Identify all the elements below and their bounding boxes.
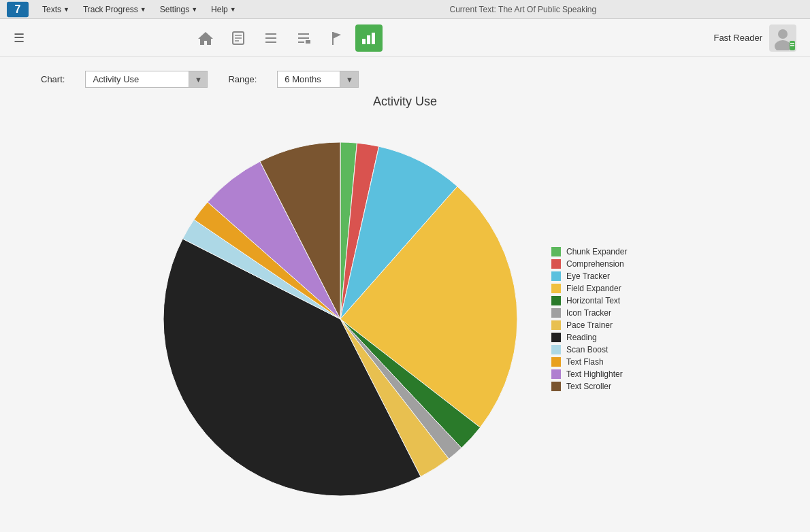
legend-item-label: Field Expander: [566, 284, 621, 293]
chart-title: Activity Use: [373, 95, 437, 109]
svg-text:7: 7: [15, 3, 21, 14]
legend-item: Icon Tracker: [551, 308, 660, 318]
legend-color-box: [551, 320, 561, 330]
svg-point-20: [778, 29, 788, 39]
range-select-wrapper: 1 Week 1 Month 3 Months 6 Months 1 Year …: [277, 71, 359, 88]
legend-color-box: [551, 247, 561, 256]
legend-item-label: Text Scroller: [566, 382, 611, 391]
legend-item: Eye Tracker: [551, 271, 660, 281]
chart-legend: Chunk ExpanderComprehensionEye TrackerFi…: [551, 247, 660, 391]
main-content: Chart: Activity Use Speed Progress Compr…: [0, 57, 810, 532]
legend-item: Scan Boost: [551, 345, 660, 354]
menu2-button[interactable]: [290, 24, 317, 52]
svg-rect-17: [367, 35, 370, 44]
user-avatar: [769, 24, 796, 52]
chart-area: Chunk ExpanderComprehensionEye TrackerFi…: [14, 119, 796, 518]
legend-item-label: Reading: [566, 333, 597, 342]
legend-item: Reading: [551, 333, 660, 342]
chart-button[interactable]: [355, 24, 383, 52]
svg-rect-18: [372, 33, 375, 44]
track-progress-dropdown-arrow: ▼: [140, 6, 146, 13]
home-button[interactable]: [192, 24, 219, 52]
legend-item: Text Highlighter: [551, 369, 660, 379]
user-name-label: Fast Reader: [713, 33, 762, 43]
legend-item: Pace Trainer: [551, 320, 660, 330]
nav-settings[interactable]: Settings ▼: [153, 2, 204, 17]
legend-item: Text Scroller: [551, 382, 660, 391]
svg-marker-2: [198, 32, 213, 45]
legend-item-label: Text Flash: [566, 357, 604, 367]
pie-chart-container: [150, 129, 531, 510]
toolbar-right: Fast Reader: [544, 24, 796, 52]
book-button[interactable]: [225, 24, 252, 52]
list-button[interactable]: [257, 24, 285, 52]
top-nav-bar: 7 Texts ▼ Track Progress ▼ Settings ▼ He…: [0, 0, 810, 19]
nav-help[interactable]: Help ▼: [204, 2, 243, 17]
legend-item: Text Flash: [551, 357, 660, 367]
toolbar: ☰ Fast Reader: [0, 19, 810, 57]
nav-texts[interactable]: Texts ▼: [35, 2, 76, 17]
toolbar-icon-group: [35, 24, 540, 52]
svg-marker-15: [333, 32, 341, 39]
legend-item-label: Pace Trainer: [566, 320, 613, 330]
legend-color-box: [551, 271, 561, 281]
help-dropdown-arrow: ▼: [230, 6, 236, 13]
legend-item: Horizontal Text: [551, 296, 660, 305]
range-select-label: Range:: [228, 74, 257, 84]
legend-color-box: [551, 345, 561, 354]
legend-item-label: Scan Boost: [566, 345, 608, 354]
legend-color-box: [551, 357, 561, 367]
legend-item-label: Comprehension: [566, 259, 624, 269]
legend-color-box: [551, 382, 561, 391]
current-text-label: Current Text: The Art Of Public Speaking: [243, 5, 803, 14]
legend-color-box: [551, 333, 561, 342]
legend-item-label: Horizontal Text: [566, 296, 620, 305]
legend-item-label: Text Highlighter: [566, 369, 623, 379]
settings-dropdown-arrow: ▼: [191, 6, 197, 13]
pie-chart: [150, 129, 531, 510]
chart-controls: Chart: Activity Use Speed Progress Compr…: [14, 71, 796, 88]
chart-select-label: Chart:: [41, 74, 65, 84]
legend-item-label: Chunk Expander: [566, 247, 627, 256]
legend-color-box: [551, 369, 561, 379]
range-select[interactable]: 1 Week 1 Month 3 Months 6 Months 1 Year …: [277, 71, 359, 88]
nav-track-progress[interactable]: Track Progress ▼: [76, 2, 153, 17]
hamburger-menu[interactable]: ☰: [14, 31, 25, 46]
flag-button[interactable]: [323, 24, 350, 52]
legend-color-box: [551, 308, 561, 318]
app-logo: 7: [7, 1, 29, 18]
chart-select-wrapper: Activity Use Speed Progress Comprehensio…: [85, 71, 208, 88]
legend-item-label: Icon Tracker: [566, 308, 611, 318]
svg-rect-16: [362, 39, 366, 44]
legend-item-label: Eye Tracker: [566, 271, 610, 281]
legend-color-box: [551, 259, 561, 269]
legend-item: Comprehension: [551, 259, 660, 269]
chart-type-select[interactable]: Activity Use Speed Progress Comprehensio…: [85, 71, 208, 88]
legend-color-box: [551, 296, 561, 305]
svg-rect-13: [306, 40, 310, 44]
legend-color-box: [551, 284, 561, 293]
legend-item: Field Expander: [551, 284, 660, 293]
legend-item: Chunk Expander: [551, 247, 660, 256]
texts-dropdown-arrow: ▼: [63, 6, 69, 13]
